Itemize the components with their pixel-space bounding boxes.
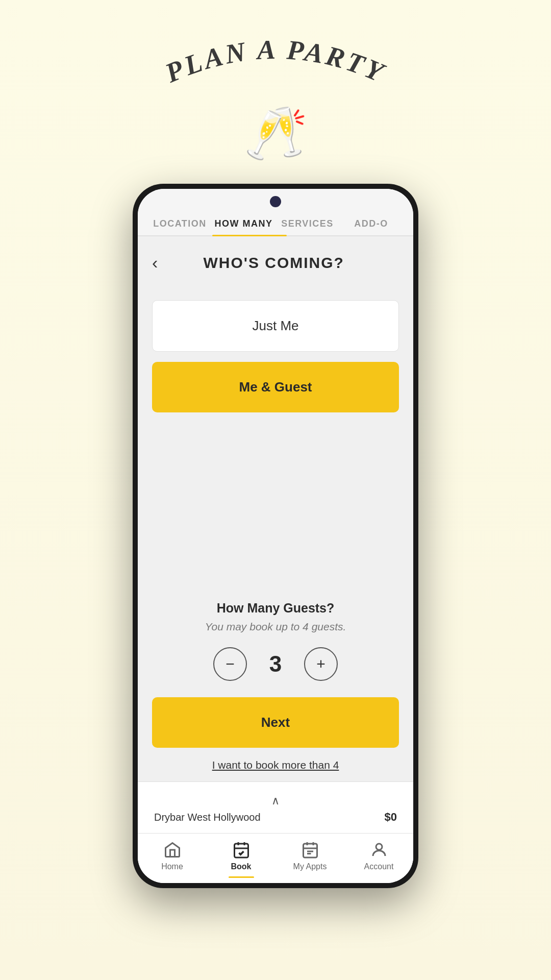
camera-bar: [138, 189, 413, 210]
bottom-nav: Home Book: [138, 833, 413, 883]
just-me-button[interactable]: Just Me: [152, 300, 399, 352]
guests-sublabel: You may book up to 4 guests.: [205, 621, 346, 633]
tab-add-ons[interactable]: ADD-O: [339, 210, 403, 235]
tab-location[interactable]: LOCATION: [148, 210, 212, 235]
summary-bar: ∧ Drybar West Hollywood $0: [138, 781, 413, 833]
nav-home-label: Home: [161, 862, 183, 871]
me-and-guest-button[interactable]: Me & Guest: [152, 362, 399, 412]
account-icon: [370, 841, 388, 859]
summary-row: Drybar West Hollywood $0: [154, 811, 397, 824]
tabs-bar: LOCATION HOW MANY SERVICES ADD-O: [138, 210, 413, 236]
home-icon: [163, 841, 182, 859]
tab-services[interactable]: SERVICES: [276, 210, 339, 235]
decrement-button[interactable]: −: [213, 647, 247, 681]
summary-inner: ∧ Drybar West Hollywood $0: [154, 794, 397, 824]
next-button[interactable]: Next: [152, 697, 399, 748]
top-area: PLAN A PARTY 🥂: [143, 0, 408, 158]
svg-point-3: [376, 844, 382, 850]
nav-active-indicator: [229, 876, 254, 878]
page-header: ‹ WHO'S COMING?: [152, 236, 399, 285]
summary-location: Drybar West Hollywood: [154, 812, 261, 823]
champagne-glasses-icon: 🥂: [244, 107, 308, 158]
appts-icon: [301, 841, 319, 859]
page-title: WHO'S COMING?: [164, 254, 384, 272]
guests-section: How Many Guests? You may book up to 4 gu…: [152, 601, 399, 681]
camera-dot: [270, 196, 281, 207]
screen-content: ‹ WHO'S COMING? Just Me Me & Guest How M…: [138, 236, 413, 883]
summary-price: $0: [385, 811, 397, 824]
phone-screen: LOCATION HOW MANY SERVICES ADD-O ‹ WHO'S…: [138, 189, 413, 883]
nav-account[interactable]: Account: [344, 841, 413, 878]
phone-frame: LOCATION HOW MANY SERVICES ADD-O ‹ WHO'S…: [133, 184, 418, 888]
plan-a-party-title: PLAN A PARTY: [143, 41, 408, 102]
counter-row: − 3 +: [213, 647, 338, 681]
nav-book[interactable]: Book: [207, 841, 276, 878]
nav-account-label: Account: [364, 862, 394, 871]
svg-rect-1: [234, 844, 248, 857]
guests-label: How Many Guests?: [217, 601, 335, 616]
nav-book-label: Book: [231, 862, 252, 871]
nav-my-appts[interactable]: My Appts: [276, 841, 344, 878]
back-button[interactable]: ‹: [152, 251, 164, 275]
options-area: Just Me Me & Guest: [152, 285, 399, 585]
increment-button[interactable]: +: [304, 647, 338, 681]
tab-active-underline: [212, 235, 287, 236]
content-inner: ‹ WHO'S COMING? Just Me Me & Guest How M…: [138, 236, 413, 781]
chevron-up-icon[interactable]: ∧: [154, 794, 397, 807]
nav-home[interactable]: Home: [138, 841, 207, 878]
svg-text:PLAN A PARTY: PLAN A PARTY: [160, 41, 390, 89]
book-icon: [232, 841, 251, 859]
guest-count: 3: [265, 651, 286, 677]
tab-how-many[interactable]: HOW MANY: [212, 210, 276, 235]
nav-appts-label: My Appts: [293, 862, 327, 871]
book-more-link[interactable]: I want to book more than 4: [152, 759, 399, 781]
